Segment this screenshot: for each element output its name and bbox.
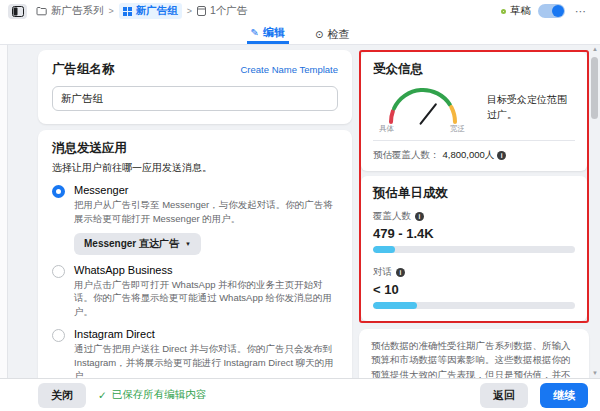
gauge-label-broad: 宽泛: [450, 124, 465, 134]
messenger-ads-dropdown[interactable]: Messenger 直达广告 ▼: [74, 233, 201, 255]
messaging-apps-subtitle: 选择让用户前往哪一应用发送消息。: [52, 161, 338, 175]
audience-note: 目标受众定位范围过广。: [487, 92, 575, 134]
daily-results-card: 预估单日成效 覆盖人数 479 - 1.4K 对话 < 10: [361, 176, 587, 321]
messenger-ads-dropdown-label: Messenger 直达广告: [84, 237, 179, 251]
grid-icon: [123, 7, 132, 16]
metric-conversations-bar: [373, 302, 575, 309]
collapsed-nav-rail: [0, 45, 8, 378]
option-instagram-label: Instagram Direct: [74, 328, 338, 340]
breadcrumb: 新广告系列 > 新广告组 > 1个广告: [8, 3, 247, 19]
messaging-apps-title: 消息发送应用: [52, 140, 338, 157]
top-bar: 新广告系列 > 新广告组 > 1个广告 草稿 ⋯: [0, 0, 600, 22]
tab-edit-label: 编辑: [263, 25, 285, 40]
pencil-icon: ✎: [251, 27, 259, 38]
info-icon[interactable]: [396, 268, 405, 277]
option-messenger-desc: 把用户从广告引导至 Messenger，与你发起对话。你的广告将展示给更可能打开…: [74, 198, 338, 226]
adset-name-title: 广告组名称: [52, 61, 115, 78]
gauge-label-specific: 具体: [379, 124, 394, 134]
breadcrumb-campaign[interactable]: 新广告系列: [36, 4, 104, 18]
footer-bar: 关闭 ✓ 已保存所有编辑内容 返回 继续: [0, 378, 600, 411]
option-whatsapp[interactable]: WhatsApp Business 用户点击广告即可打开 WhatsApp 并和…: [52, 264, 338, 319]
panel-layout-icon: [12, 6, 24, 17]
metric-conversations-value: < 10: [373, 282, 575, 297]
audience-title: 受众信息: [373, 61, 575, 78]
option-whatsapp-desc: 用户点击广告即可打开 WhatsApp 并和你的业务主页开始对话。你的广告将显示…: [74, 278, 338, 319]
scrollbar[interactable]: ▲ ▼: [589, 45, 599, 378]
edit-column: 广告组名称 Create Name Template 消息发送应用 选择让用户前…: [38, 50, 352, 378]
tab-edit[interactable]: ✎ 编辑: [247, 22, 289, 44]
tab-review-label: 检查: [327, 27, 349, 42]
info-icon[interactable]: [415, 212, 424, 221]
gauge-needle-icon: [421, 104, 436, 123]
scrollbar-thumb[interactable]: [591, 57, 598, 119]
draft-toggle[interactable]: [538, 4, 565, 18]
chevron-down-icon: ▼: [185, 241, 191, 247]
scroll-up-icon[interactable]: ▲: [592, 46, 598, 52]
option-instagram[interactable]: Instagram Direct 通过广告把用户送往 Direct 并与你对话。…: [52, 328, 338, 378]
metric-conversations-label: 对话: [373, 266, 392, 279]
metric-reach-bar: [373, 246, 575, 253]
create-name-template-link[interactable]: Create Name Template: [240, 64, 338, 75]
highlight-red-box: 受众信息 具体 宽泛 目标受众定位范围过广。: [359, 50, 589, 323]
continue-button[interactable]: 继续: [540, 383, 588, 408]
reach-label: 预估覆盖人数：: [373, 149, 440, 162]
metric-reach-label: 覆盖人数: [373, 210, 411, 223]
metric-reach-value: 479 - 1.4K: [373, 226, 575, 241]
breadcrumb-campaign-label: 新广告系列: [51, 4, 104, 18]
tab-review[interactable]: ⊙ 检查: [311, 22, 353, 44]
audience-card: 受众信息 具体 宽泛 目标受众定位范围过广。: [361, 52, 587, 171]
option-messenger-label: Messenger: [74, 184, 338, 196]
estimates-column: 受众信息 具体 宽泛 目标受众定位范围过广。: [359, 50, 589, 378]
metric-conversations: 对话 < 10: [373, 266, 575, 309]
sidebar-toggle-button[interactable]: [8, 4, 27, 19]
chevron-separator-icon: >: [187, 6, 192, 16]
radio-instagram[interactable]: [52, 329, 65, 342]
info-icon[interactable]: [497, 151, 506, 160]
inspect-icon: ⊙: [315, 29, 323, 40]
tab-bar: ✎ 编辑 ⊙ 检查: [0, 22, 600, 45]
radio-whatsapp[interactable]: [52, 265, 65, 278]
metric-reach: 覆盖人数 479 - 1.4K: [373, 210, 575, 253]
page-icon: [197, 6, 206, 16]
draft-status: 草稿: [501, 4, 531, 18]
disclaimer-card: 预估数据的准确性受往期广告系列数据、所输入预算和市场数据等因素影响。这些数据根据…: [359, 329, 589, 378]
estimated-reach-row: 预估覆盖人数： 4,800,000人: [373, 140, 575, 171]
toggle-knob: [552, 5, 564, 17]
draft-label: 草稿: [510, 4, 531, 18]
disclaimer-text: 预估数据的准确性受往期广告系列数据、所输入预算和市场数据等因素影响。这些数据根据…: [371, 339, 577, 378]
audience-gauge: 具体 宽泛: [373, 82, 473, 134]
option-instagram-desc: 通过广告把用户送往 Direct 并与你对话。你的广告只会发布到 Instagr…: [74, 342, 338, 378]
gauge-arc-icon: [373, 82, 473, 126]
radio-messenger[interactable]: [52, 185, 65, 198]
option-whatsapp-label: WhatsApp Business: [74, 264, 338, 276]
saved-status: ✓ 已保存所有编辑内容: [98, 388, 206, 402]
back-button[interactable]: 返回: [480, 383, 528, 408]
breadcrumb-ad[interactable]: 1个广告: [197, 4, 247, 18]
close-button[interactable]: 关闭: [38, 383, 86, 408]
saved-status-label: 已保存所有编辑内容: [112, 388, 207, 402]
scroll-down-icon[interactable]: ▼: [592, 370, 598, 376]
reach-value: 4,800,000人: [443, 149, 495, 162]
adset-name-card: 广告组名称 Create Name Template: [38, 50, 352, 124]
breadcrumb-ad-label: 1个广告: [210, 4, 247, 18]
draft-status-dot-icon: [501, 9, 506, 14]
metric-conversations-bar-fill: [373, 302, 417, 309]
option-messenger[interactable]: Messenger 把用户从广告引导至 Messenger，与你发起对话。你的广…: [52, 184, 338, 255]
folder-icon: [36, 6, 47, 16]
adset-name-input[interactable]: [52, 86, 338, 111]
chevron-separator-icon: >: [109, 6, 114, 16]
daily-results-title: 预估单日成效: [373, 185, 575, 202]
breadcrumb-adset-label: 新广告组: [136, 4, 178, 18]
breadcrumb-adset[interactable]: 新广告组: [119, 3, 182, 19]
main-content: 广告组名称 Create Name Template 消息发送应用 选择让用户前…: [0, 45, 600, 378]
more-options-button[interactable]: ⋯: [572, 5, 590, 18]
metric-reach-bar-fill: [373, 246, 395, 253]
check-icon: ✓: [98, 389, 107, 401]
topbar-right: 草稿 ⋯: [501, 4, 590, 18]
messaging-apps-card: 消息发送应用 选择让用户前往哪一应用发送消息。 Messenger 把用户从广告…: [38, 130, 352, 378]
